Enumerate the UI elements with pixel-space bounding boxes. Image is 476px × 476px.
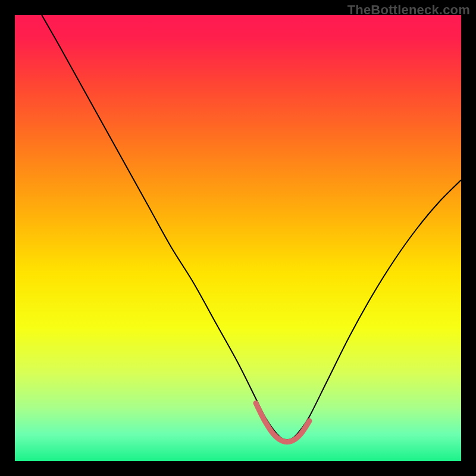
plot-area [15,15,461,461]
bottleneck-chart [15,15,461,461]
watermark-text: TheBottleneck.com [347,2,470,18]
chart-frame: TheBottleneck.com [0,0,476,476]
gradient-background [15,15,461,461]
